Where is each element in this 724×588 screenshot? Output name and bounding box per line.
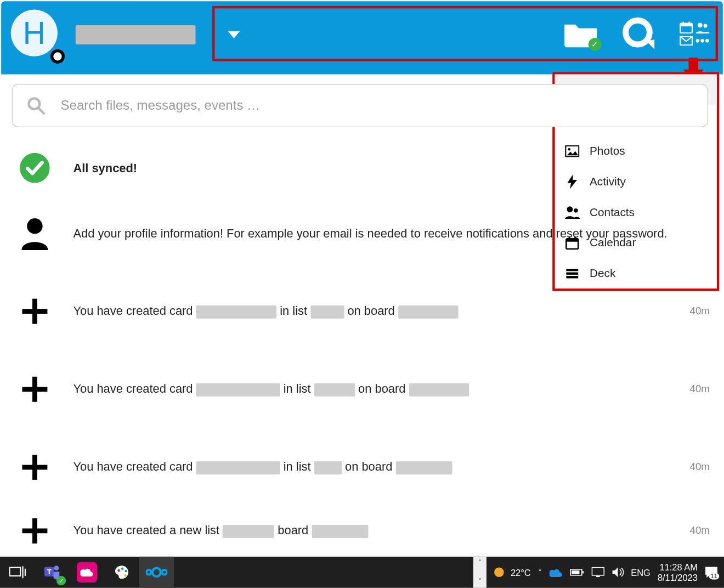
tray-time: 11:28 AM (658, 562, 698, 572)
svg-rect-28 (22, 309, 47, 314)
sync-ok-icon (17, 153, 53, 183)
svg-point-8 (696, 39, 700, 43)
svg-point-47 (162, 570, 167, 575)
svg-rect-35 (9, 568, 20, 576)
svg-point-5 (698, 23, 703, 28)
nextcloud-icon (146, 566, 167, 578)
header-more-button[interactable] (695, 36, 709, 46)
plus-icon (17, 517, 53, 545)
tray-clock[interactable]: 11:28 AM 8/11/2023 (658, 562, 698, 583)
sync-status-text: All synced! (73, 161, 712, 175)
svg-rect-50 (572, 570, 579, 574)
more-icon (695, 36, 709, 46)
user-name-redacted (76, 25, 196, 44)
avatar-letter: H (23, 15, 46, 51)
svg-point-6 (704, 24, 708, 28)
taskbar-taskview-button[interactable] (0, 557, 35, 588)
header-talk-button[interactable] (622, 17, 655, 50)
status-ring-icon (50, 49, 65, 64)
svg-rect-52 (592, 568, 604, 575)
search-icon (27, 97, 45, 115)
tray-volume-icon[interactable] (612, 567, 624, 578)
svg-point-40 (54, 566, 59, 570)
talk-icon (622, 17, 655, 50)
tray-battery-icon[interactable] (570, 568, 584, 576)
calendar-icon (680, 21, 693, 33)
tray-date: 8/11/2023 (658, 572, 698, 583)
svg-line-24 (38, 108, 44, 114)
svg-point-41 (117, 569, 120, 572)
svg-text:T: T (47, 568, 52, 576)
unified-search[interactable] (12, 84, 708, 127)
taskbar-paint-button[interactable] (104, 557, 139, 588)
svg-point-48 (494, 568, 504, 577)
tray-notifications-button[interactable]: 11 (705, 566, 718, 578)
profile-prompt-text: Add your profile information! For exampl… (73, 227, 712, 240)
svg-rect-2 (680, 24, 692, 26)
taskbar-teams-button[interactable]: T ✓ (35, 557, 69, 588)
plus-icon (17, 376, 53, 403)
svg-point-9 (700, 39, 704, 43)
activity-row[interactable]: You have created card in list on board 4… (17, 350, 712, 428)
svg-rect-34 (22, 528, 47, 533)
activity-text: You have created card in list on board (73, 460, 689, 474)
user-avatar[interactable]: H (11, 9, 64, 62)
cloud-app-icon (77, 562, 97, 583)
person-icon (17, 217, 53, 250)
weather-widget[interactable]: 22°C (493, 566, 530, 579)
svg-point-26 (27, 218, 42, 234)
svg-rect-30 (22, 387, 47, 392)
plus-icon (17, 297, 53, 325)
svg-point-45 (152, 568, 161, 576)
sync-status-row: All synced! (17, 142, 712, 194)
header-contacts-button[interactable] (695, 21, 709, 33)
svg-point-46 (146, 570, 151, 575)
activity-row[interactable]: You have created card in list on board 4… (17, 272, 712, 350)
header-mail-button[interactable] (680, 36, 693, 46)
tray-language[interactable]: ENG (631, 567, 651, 578)
activity-time: 40m (690, 525, 710, 537)
mail-icon (680, 36, 693, 46)
header-apps-cluster (680, 21, 710, 46)
taskbar-scroll-buttons[interactable]: ˄˅ (473, 557, 487, 588)
svg-rect-37 (25, 569, 26, 576)
svg-point-0 (626, 20, 650, 44)
chevron-up-icon: ˄ (478, 559, 482, 567)
tray-chevron-button[interactable]: ˄ (538, 568, 542, 576)
activity-time: 40m (690, 461, 710, 473)
weather-temp: 22°C (511, 567, 531, 578)
activity-text: You have created a new list board (73, 524, 689, 538)
activity-time: 40m (690, 306, 710, 318)
svg-rect-3 (683, 21, 684, 24)
plus-icon (17, 454, 53, 481)
svg-rect-4 (688, 21, 689, 24)
tray-onedrive-icon[interactable] (549, 568, 562, 577)
taskbar-app-pink-button[interactable] (70, 557, 104, 588)
profile-prompt-row[interactable]: Add your profile information! For exampl… (17, 194, 712, 272)
sun-icon (493, 566, 506, 579)
search-input[interactable] (59, 97, 693, 114)
svg-point-42 (121, 568, 123, 570)
activity-row[interactable]: You have created card in list on board 4… (17, 428, 712, 506)
svg-point-43 (125, 570, 127, 572)
sync-ok-badge-icon: ✓ (589, 38, 602, 51)
svg-point-10 (705, 39, 709, 43)
tray-monitor-icon[interactable] (591, 567, 604, 578)
paint-icon (113, 563, 131, 581)
account-dropdown-caret-icon[interactable] (228, 31, 240, 38)
notification-count: 11 (709, 573, 719, 579)
app-header: H ✓ (1, 1, 723, 74)
svg-rect-32 (22, 465, 47, 470)
taskview-icon (9, 566, 26, 579)
activity-text: You have created card in list on board (73, 304, 689, 319)
activity-row[interactable]: You have created a new list board 40m (17, 506, 712, 556)
svg-rect-51 (582, 571, 584, 573)
chevron-down-icon: ˅ (478, 578, 482, 585)
activity-feed: All synced! Add your profile information… (17, 142, 712, 552)
svg-rect-36 (22, 566, 23, 578)
activity-time: 40m (690, 383, 710, 395)
header-folder-button[interactable]: ✓ (563, 20, 598, 47)
header-calendar-button[interactable] (680, 21, 693, 33)
status-ok-badge-icon: ✓ (56, 576, 66, 585)
taskbar-nextcloud-button[interactable] (139, 557, 174, 588)
